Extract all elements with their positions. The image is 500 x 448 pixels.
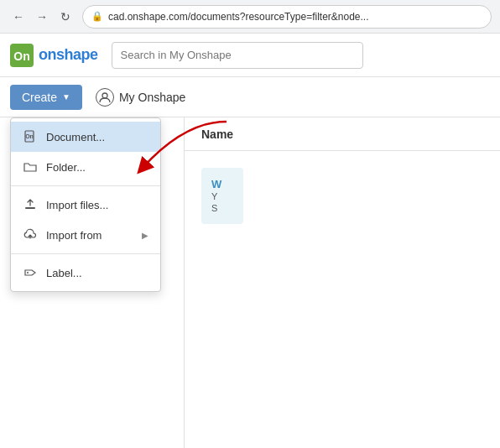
menu-item-label[interactable]: Label... (11, 258, 160, 288)
onshape-logo-icon: On (10, 44, 34, 67)
svg-text:On: On (25, 133, 34, 139)
logo-area: On onshape (10, 44, 98, 67)
cloud-upload-icon (23, 227, 38, 242)
content-area: Name W Y S (185, 117, 500, 448)
svg-text:On: On (13, 49, 29, 63)
nav-icons: ← → ↻ (8, 7, 76, 27)
app-header: On onshape (0, 34, 500, 77)
svg-rect-5 (25, 207, 35, 209)
forward-button[interactable]: → (32, 7, 52, 27)
logo-text: onshape (39, 46, 98, 64)
welcome-subtext2: S (211, 203, 217, 213)
my-onshape-label: My Onshape (119, 91, 185, 104)
search-input[interactable] (112, 42, 363, 69)
url-text: cad.onshape.com/documents?resourceType=f… (108, 11, 369, 23)
create-label: Create (22, 91, 57, 104)
name-column-header: Name (201, 128, 233, 141)
toolbar: Create ▼ My Onshape On Document... (0, 77, 500, 117)
welcome-subtext: Y (211, 191, 217, 201)
my-onshape-nav[interactable]: My Onshape (96, 88, 185, 107)
svg-point-2 (102, 93, 107, 98)
refresh-button[interactable]: ↻ (55, 7, 76, 27)
menu-divider-1 (11, 185, 160, 186)
create-dropdown-menu: On Document... Folder... Import (10, 117, 161, 292)
menu-item-import-files[interactable]: Import files... (11, 190, 160, 220)
import-files-label: Import files... (46, 199, 108, 211)
browser-chrome: ← → ↻ 🔒 cad.onshape.com/documents?resour… (0, 0, 500, 34)
back-button[interactable]: ← (8, 7, 29, 27)
submenu-arrow-icon: ▶ (142, 231, 148, 240)
welcome-box: W Y S (201, 168, 243, 224)
menu-divider-2 (11, 253, 160, 254)
table-header: Name (185, 117, 500, 151)
lock-icon: 🔒 (91, 11, 103, 22)
create-button[interactable]: Create ▼ (10, 85, 82, 110)
import-from-label: Import from (46, 229, 102, 242)
folder-label: Folder... (46, 161, 86, 174)
menu-item-import-from[interactable]: Import from ▶ (11, 220, 160, 250)
label-tag-icon (23, 265, 38, 280)
document-icon: On (23, 129, 38, 144)
svg-point-6 (27, 272, 29, 273)
address-bar[interactable]: 🔒 cad.onshape.com/documents?resourceType… (82, 5, 492, 29)
menu-item-folder[interactable]: Folder... (11, 152, 160, 182)
dropdown-arrow-icon: ▼ (62, 92, 70, 102)
welcome-text: W (211, 178, 221, 190)
user-avatar-icon (96, 88, 114, 107)
upload-icon (23, 197, 38, 212)
folder-icon (23, 159, 38, 175)
document-label: Document... (46, 131, 105, 143)
label-item-label: Label... (46, 267, 82, 279)
menu-item-document[interactable]: On Document... (11, 122, 160, 152)
